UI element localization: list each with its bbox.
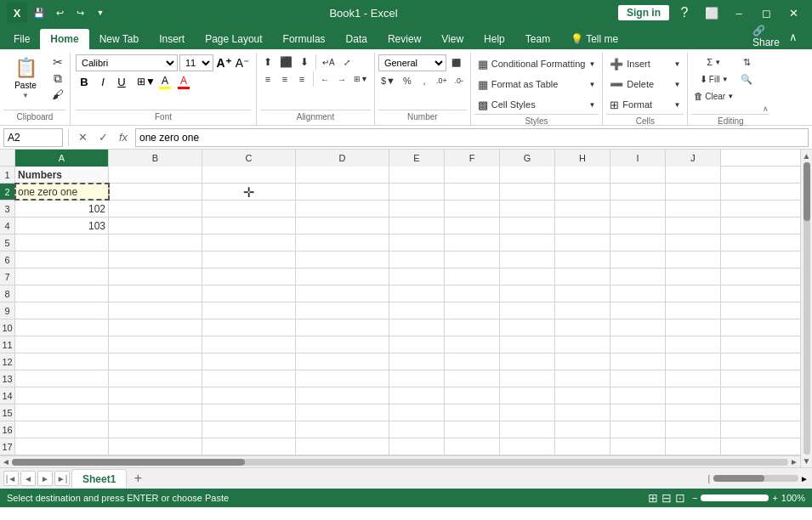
cell-reference-box[interactable]: A2 (3, 128, 63, 147)
cell-a14[interactable] (15, 387, 109, 404)
restore-btn[interactable]: ◻ (754, 0, 778, 25)
scroll-right-btn[interactable]: ► (790, 457, 798, 466)
col-header-f[interactable]: F (445, 150, 500, 167)
cell-b7[interactable] (109, 268, 202, 285)
cell-f12[interactable] (445, 353, 500, 370)
find-select-btn[interactable]: 🔍 (738, 71, 755, 87)
scroll-left-btn[interactable]: ◄ (2, 457, 10, 466)
cell-g16[interactable] (500, 421, 555, 438)
cell-j2[interactable] (666, 184, 721, 200)
cell-i10[interactable] (610, 319, 666, 336)
tab-help[interactable]: Help (474, 29, 515, 49)
fill-color-btn[interactable]: A (156, 73, 173, 90)
cell-i2[interactable] (610, 184, 666, 200)
cell-h5[interactable] (555, 235, 610, 251)
cell-f4[interactable] (445, 218, 500, 234)
cell-h10[interactable] (555, 319, 610, 336)
col-header-b[interactable]: B (109, 150, 202, 167)
insert-dropdown[interactable]: ▼ (673, 60, 680, 68)
cell-g11[interactable] (500, 336, 555, 353)
cell-d15[interactable] (296, 404, 389, 421)
cell-a9[interactable] (15, 302, 109, 319)
cell-d4[interactable] (296, 218, 389, 234)
sort-filter-btn[interactable]: ⇅ (738, 54, 755, 70)
cell-a15[interactable] (15, 404, 109, 421)
col-header-a[interactable]: A (15, 150, 109, 167)
insert-btn[interactable]: ➕ Insert ▼ (606, 54, 684, 73)
cell-e1[interactable] (389, 167, 445, 183)
cell-j3[interactable] (666, 201, 721, 217)
row-header-11[interactable]: 11 (0, 336, 15, 353)
align-center-btn[interactable]: ≡ (277, 71, 292, 87)
sheet-first-btn[interactable]: |◄ (3, 471, 19, 486)
cell-g17[interactable] (500, 438, 555, 455)
cell-b12[interactable] (109, 353, 202, 370)
row-header-2[interactable]: 2 (0, 184, 15, 200)
cell-c5[interactable] (202, 235, 296, 251)
cell-j13[interactable] (666, 370, 721, 387)
cell-d2[interactable] (296, 184, 389, 200)
cell-e16[interactable] (389, 421, 445, 438)
tab-pagelayout[interactable]: Page Layout (195, 29, 272, 49)
cell-h9[interactable] (555, 302, 610, 319)
font-selector[interactable]: Calibri (76, 54, 178, 71)
merge-center-btn[interactable]: ⊞▼ (351, 71, 371, 87)
ribbon-display-btn[interactable]: ⬜ (700, 0, 724, 25)
row-header-15[interactable]: 15 (0, 404, 15, 421)
cell-a2[interactable]: one zero one (15, 184, 109, 200)
row-header-7[interactable]: 7 (0, 268, 15, 285)
cell-j1[interactable] (666, 167, 721, 183)
cell-d16[interactable] (296, 421, 389, 438)
zoom-thumb[interactable] (701, 495, 769, 501)
cell-f13[interactable] (445, 370, 500, 387)
conditional-formatting-btn[interactable]: ▦ Conditional Formatting ▼ (474, 54, 599, 73)
row-header-8[interactable]: 8 (0, 285, 15, 302)
font-size-selector[interactable]: 11 (179, 54, 213, 71)
cell-c12[interactable] (202, 353, 296, 370)
cell-c15[interactable] (202, 404, 296, 421)
cell-a7[interactable] (15, 268, 109, 285)
format-dropdown[interactable]: ▼ (673, 101, 680, 109)
align-top-btn[interactable]: ⬆ (260, 54, 275, 70)
cell-a17[interactable] (15, 438, 109, 455)
cell-i9[interactable] (610, 302, 666, 319)
cell-i15[interactable] (610, 404, 666, 421)
cell-e5[interactable] (389, 235, 445, 251)
cell-a5[interactable] (15, 235, 109, 251)
cell-d9[interactable] (296, 302, 389, 319)
format-table-dropdown[interactable]: ▼ (588, 81, 595, 88)
tab-tellme[interactable]: 💡 Tell me (560, 29, 628, 49)
cell-h14[interactable] (555, 387, 610, 404)
cell-g3[interactable] (500, 201, 555, 217)
format-painter-button[interactable]: 🖌 (49, 87, 66, 102)
comma-btn[interactable]: , (417, 73, 432, 88)
clear-btn[interactable]: 🗑 Clear ▼ (691, 88, 736, 104)
cell-c4[interactable] (202, 218, 296, 234)
cell-c9[interactable] (202, 302, 296, 319)
copy-button[interactable]: ⧉ (49, 71, 66, 86)
cell-i11[interactable] (610, 336, 666, 353)
cell-c7[interactable] (202, 268, 296, 285)
cell-d6[interactable] (296, 252, 389, 268)
row-header-10[interactable]: 10 (0, 319, 15, 336)
cell-h4[interactable] (555, 218, 610, 234)
cell-d17[interactable] (296, 438, 389, 455)
cell-b14[interactable] (109, 387, 202, 404)
cell-j10[interactable] (666, 319, 721, 336)
cell-e14[interactable] (389, 387, 445, 404)
cell-g1[interactable] (500, 167, 555, 183)
cell-f6[interactable] (445, 252, 500, 268)
cell-e4[interactable] (389, 218, 445, 234)
cell-e8[interactable] (389, 285, 445, 302)
page-break-btn[interactable]: ⊡ (675, 491, 685, 505)
scroll-thumb-v[interactable] (803, 162, 810, 221)
cell-f5[interactable] (445, 235, 500, 251)
cell-a6[interactable] (15, 252, 109, 268)
scroll-up-btn[interactable]: ▲ (803, 151, 811, 161)
cell-j8[interactable] (666, 285, 721, 302)
collapse-btn[interactable]: ∧ (762, 104, 769, 114)
vertical-scrollbar[interactable]: ▲ ▼ (800, 150, 812, 467)
sign-in-button[interactable]: Sign in (618, 5, 669, 20)
normal-view-btn[interactable]: ⊞ (648, 491, 658, 505)
zoom-out-btn[interactable]: − (692, 493, 697, 503)
